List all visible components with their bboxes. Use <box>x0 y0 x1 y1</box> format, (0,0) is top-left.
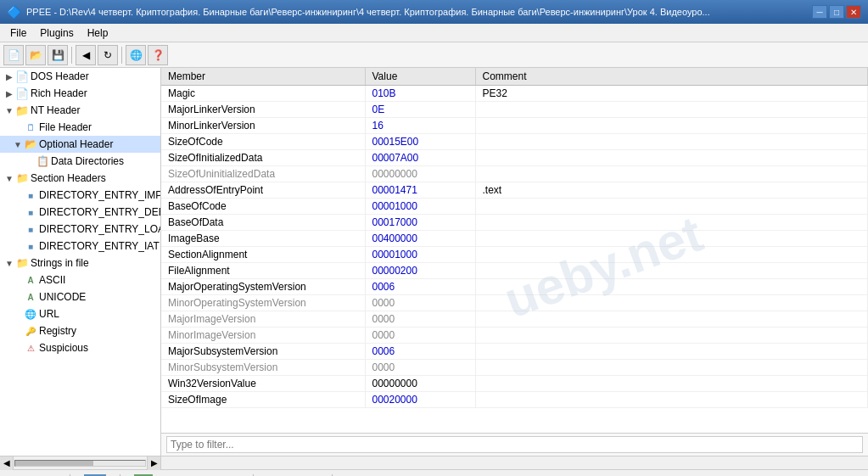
table-row[interactable]: BaseOfData00017000 <box>161 215 868 231</box>
cell-value: 0006 <box>365 344 475 360</box>
cell-comment <box>475 134 868 150</box>
menu-help[interactable]: Help <box>81 25 115 41</box>
toolbar-save[interactable]: 💾 <box>48 45 68 65</box>
cell-value: 0000 <box>365 295 475 311</box>
cell-comment <box>475 231 868 247</box>
cell-comment <box>475 311 868 328</box>
left-panel: ▶ 📄 DOS Header ▶ 📄 Rich Header ▼ 📁 NT He… <box>0 68 161 456</box>
cell-value: 0E <box>365 102 475 118</box>
tree-item-dir-debug[interactable]: ■ DIRECTORY_ENTRY_DEBU... <box>0 204 160 221</box>
cell-comment <box>475 279 868 295</box>
tree-item-unicode[interactable]: A UNICODE <box>0 288 160 305</box>
toolbar-refresh[interactable]: ↻ <box>98 45 118 65</box>
table-row[interactable]: MajorImageVersion0000 <box>161 311 868 328</box>
cell-comment: PE32 <box>475 86 868 102</box>
table-row[interactable]: FileAlignment00000200 <box>161 263 868 279</box>
table-row[interactable]: SizeOfCode00015E00 <box>161 134 868 150</box>
table-row[interactable]: Win32VersionValue00000000 <box>161 376 868 392</box>
table-row[interactable]: MinorOperatingSystemVersion0000 <box>161 295 868 311</box>
left-scroll-left[interactable]: ◀ <box>0 456 14 470</box>
table-row[interactable]: SectionAlignment00001000 <box>161 247 868 263</box>
cell-comment: .text <box>475 182 868 199</box>
cell-member: SizeOfUninitializedData <box>161 166 365 182</box>
cell-member: SizeOfCode <box>161 134 365 150</box>
cell-member: MajorOperatingSystemVersion <box>161 279 365 295</box>
table-wrapper[interactable]: Member Value Comment Magic010BPE32MajorL… <box>161 68 868 433</box>
toolbar-back[interactable]: ◀ <box>76 45 96 65</box>
cell-comment <box>475 392 868 408</box>
cell-comment <box>475 247 868 263</box>
tree-item-dir-load[interactable]: ■ DIRECTORY_ENTRY_LOAD... <box>0 221 160 238</box>
table-row[interactable]: BaseOfCode00001000 <box>161 199 868 215</box>
tree-item-dir-import[interactable]: ■ DIRECTORY_ENTRY_IMPO... <box>0 187 160 204</box>
maximize-button[interactable]: □ <box>829 5 844 19</box>
cell-member: SizeOfImage <box>161 392 365 408</box>
app-icon: 🔷 <box>7 5 21 19</box>
cell-comment <box>475 360 868 376</box>
table-row[interactable]: MinorSubsystemVersion0000 <box>161 360 868 376</box>
cell-member: BaseOfData <box>161 215 365 231</box>
tree-item-nt-header[interactable]: ▼ 📁 NT Header <box>0 102 160 119</box>
filter-bar <box>161 433 868 456</box>
table-row[interactable]: Magic010BPE32 <box>161 86 868 102</box>
cell-value: 00000200 <box>365 263 475 279</box>
table-row[interactable]: SizeOfImage00020000 <box>161 392 868 408</box>
toolbar-new[interactable]: 📄 <box>3 45 24 65</box>
cell-value: 0000 <box>365 311 475 328</box>
cell-member: MinorImageVersion <box>161 328 365 344</box>
cell-value: 00007A00 <box>365 150 475 166</box>
cell-comment <box>475 263 868 279</box>
cell-value: 00000000 <box>365 376 475 392</box>
cell-comment <box>475 376 868 392</box>
filter-input[interactable] <box>166 436 863 453</box>
table-row[interactable]: MajorOperatingSystemVersion0006 <box>161 279 868 295</box>
tree-item-suspicious[interactable]: ⚠ Suspicious <box>0 339 160 356</box>
toolbar-open[interactable]: 📂 <box>25 45 46 65</box>
tree-item-optional-header[interactable]: ▼ 📂 Optional Header <box>0 136 160 153</box>
table-row[interactable]: MajorLinkerVersion0E <box>161 102 868 118</box>
tree-item-dos-header[interactable]: ▶ 📄 DOS Header <box>0 68 160 85</box>
cell-value: 00017000 <box>365 215 475 231</box>
cell-value: 00400000 <box>365 231 475 247</box>
tree-item-section-headers[interactable]: ▼ 📁 Section Headers <box>0 170 160 187</box>
table-row[interactable]: MinorLinkerVersion16 <box>161 118 868 134</box>
toolbar-web[interactable]: 🌐 <box>126 45 146 65</box>
cell-member: AddressOfEntryPoint <box>161 182 365 199</box>
cell-value: 00015E00 <box>365 134 475 150</box>
cell-member: MinorOperatingSystemVersion <box>161 295 365 311</box>
tree-item-dir-iat[interactable]: ■ DIRECTORY_ENTRY_IAT <box>0 238 160 255</box>
cell-member: MajorLinkerVersion <box>161 102 365 118</box>
toolbar-help[interactable]: ❓ <box>148 45 168 65</box>
table-row[interactable]: MinorImageVersion0000 <box>161 328 868 344</box>
cell-comment <box>475 102 868 118</box>
table-row[interactable]: SizeOfUninitializedData00000000 <box>161 166 868 182</box>
data-table: Member Value Comment Magic010BPE32MajorL… <box>161 68 868 408</box>
minimize-button[interactable]: ─ <box>812 5 827 19</box>
table-row[interactable]: SizeOfInitializedData00007A00 <box>161 150 868 166</box>
cell-comment <box>475 215 868 231</box>
tree-item-rich-header[interactable]: ▶ 📄 Rich Header <box>0 85 160 102</box>
table-row[interactable]: AddressOfEntryPoint00001471.text <box>161 182 868 199</box>
table-row[interactable]: MajorSubsystemVersion0006 <box>161 344 868 360</box>
close-button[interactable]: ✕ <box>846 5 861 19</box>
cell-member: Win32VersionValue <box>161 376 365 392</box>
cell-member: ImageBase <box>161 231 365 247</box>
cell-value: 00001000 <box>365 199 475 215</box>
tree-item-ascii[interactable]: A ASCII <box>0 272 160 288</box>
cell-comment <box>475 150 868 166</box>
tree-item-registry[interactable]: 🔑 Registry <box>0 322 160 339</box>
col-comment: Comment <box>475 68 868 86</box>
menu-file[interactable]: File <box>3 25 33 41</box>
table-row[interactable]: ImageBase00400000 <box>161 231 868 247</box>
cell-value: 0000 <box>365 360 475 376</box>
left-scroll-right[interactable]: ▶ <box>147 456 160 470</box>
cell-member: FileAlignment <box>161 263 365 279</box>
cell-comment <box>475 166 868 182</box>
cell-member: MajorImageVersion <box>161 311 365 328</box>
tree-item-file-header[interactable]: 🗒 File Header <box>0 119 160 136</box>
tree-item-url[interactable]: 🌐 URL <box>0 305 160 322</box>
menubar: File Plugins Help <box>0 24 868 42</box>
tree-item-data-directories[interactable]: 📋 Data Directories <box>0 153 160 170</box>
menu-plugins[interactable]: Plugins <box>33 25 80 41</box>
tree-item-strings[interactable]: ▼ 📁 Strings in file <box>0 255 160 272</box>
